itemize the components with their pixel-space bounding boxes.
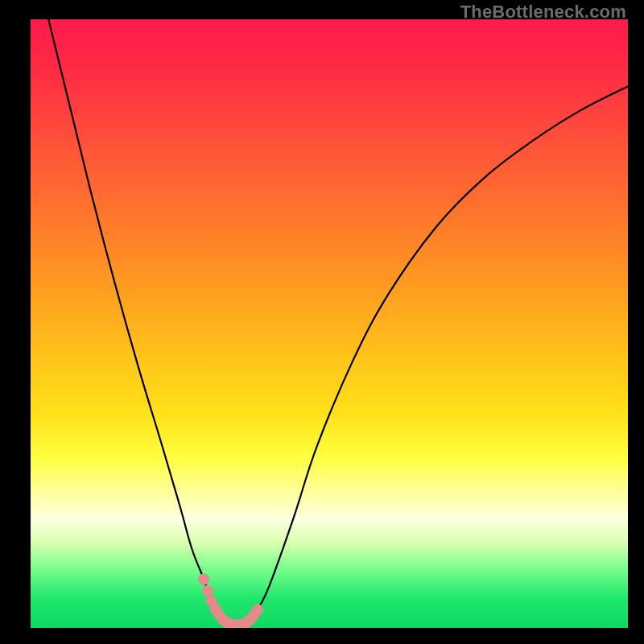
plot-area (31, 19, 628, 628)
minimum-marker (252, 604, 263, 615)
bottleneck-curve (48, 19, 628, 625)
curve-line (48, 19, 628, 625)
chart-svg (31, 19, 628, 628)
chart-stage: TheBottleneck.com (0, 0, 644, 644)
minimum-marker (202, 585, 213, 597)
minimum-marker (198, 574, 209, 585)
near-minimum-markers (198, 574, 263, 628)
